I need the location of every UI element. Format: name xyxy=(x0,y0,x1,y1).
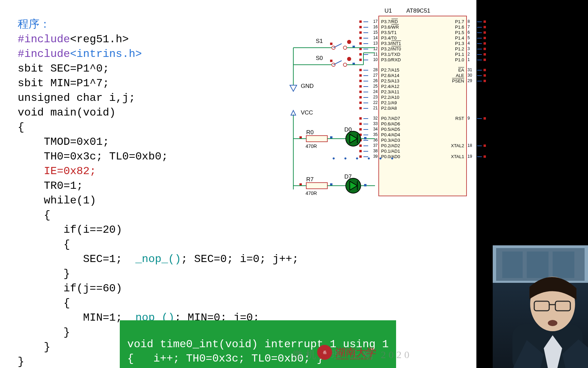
university-logo: 岳 湖南大学 HUNAN UNIVERSITY xyxy=(317,345,376,360)
hdr-reg51: <reg51.h> xyxy=(70,33,129,46)
svg-rect-38 xyxy=(364,137,366,139)
svg-rect-26 xyxy=(299,136,302,139)
logo-seal-icon: 岳 xyxy=(317,345,332,360)
code-line: } xyxy=(18,341,50,353)
svg-text:R7: R7 xyxy=(306,176,314,183)
led-d7: D7 xyxy=(344,173,375,193)
hdr-intrins: <intrins.h> xyxy=(70,48,142,60)
svg-text:S0: S0 xyxy=(316,55,323,61)
svg-text:470R: 470R xyxy=(306,190,317,196)
svg-rect-51 xyxy=(364,184,366,186)
code-line: TR0=1; xyxy=(18,180,83,192)
code-line: { xyxy=(18,121,24,134)
svg-rect-55 xyxy=(527,251,549,278)
svg-rect-1 xyxy=(330,43,332,45)
svg-text:VCC: VCC xyxy=(301,109,313,116)
svg-rect-41 xyxy=(306,183,327,189)
code-line: SEC=1; xyxy=(18,253,135,265)
code-line: void main(void) xyxy=(18,106,116,119)
code-line: } xyxy=(18,355,24,368)
schematic: U1 AT89C51 17P3.7/RDP1.7816P3.6/WRP1.671… xyxy=(239,6,470,197)
code-line: TH0=0x3c; TL0=0xb0; xyxy=(18,150,168,163)
kw-include-1: #include xyxy=(18,33,70,46)
svg-rect-39 xyxy=(299,183,302,186)
code-line: } xyxy=(18,326,70,339)
svg-text:R0: R0 xyxy=(306,129,314,136)
resistor-r7: R7 470R xyxy=(293,176,346,196)
svg-text:S1: S1 xyxy=(316,38,323,44)
svg-rect-28 xyxy=(306,136,327,142)
wire-area: S1 S0 xyxy=(239,6,470,197)
code-line: ; SEC=0; i=0; j++; xyxy=(181,253,299,265)
led-d0: D0 xyxy=(344,126,375,146)
svg-rect-9 xyxy=(330,60,332,62)
code-line: { xyxy=(18,238,70,251)
slide-area: 程序： #include<reg51.h> #include<intrins.h… xyxy=(0,0,476,368)
code-line: sbit SEC=P1^0; xyxy=(18,62,109,75)
code-line: MIN=1; xyxy=(18,311,129,324)
webcam-overlay xyxy=(493,245,588,368)
svg-rect-54 xyxy=(502,251,523,278)
svg-point-4 xyxy=(343,46,347,49)
code-line: { xyxy=(18,297,70,309)
code-line: if(i==20) xyxy=(18,224,122,236)
svg-point-62 xyxy=(548,320,557,326)
svg-point-12 xyxy=(343,63,347,66)
svg-point-5 xyxy=(347,40,351,44)
code-line: TMOD=0x01; xyxy=(18,136,109,148)
svg-text:470R: 470R xyxy=(306,143,317,149)
ellipsis-dots: • • • • • • xyxy=(331,155,396,163)
svg-rect-43 xyxy=(330,183,332,186)
nop-call-1: _nop_() xyxy=(135,253,181,265)
svg-marker-24 xyxy=(291,110,296,115)
code-title: 程序： xyxy=(18,18,50,31)
svg-rect-30 xyxy=(330,136,332,139)
code-line: while(1) xyxy=(18,194,96,207)
svg-rect-56 xyxy=(553,251,574,278)
code-line: } xyxy=(18,267,70,280)
university-name-en: HUNAN UNIVERSITY xyxy=(336,357,372,361)
code-line-ie: IE=0x82; xyxy=(18,165,96,178)
stage: 程序： #include<reg51.h> #include<intrins.h… xyxy=(0,0,588,368)
code-line: sbit MIN=P1^7; xyxy=(18,77,109,90)
code-line: { xyxy=(18,209,50,221)
code-line: unsigned char i,j; xyxy=(18,92,135,104)
code-line: if(j==60) xyxy=(18,282,122,295)
svg-marker-21 xyxy=(290,85,297,91)
svg-text:GND: GND xyxy=(301,83,314,89)
kw-include-2: #include xyxy=(18,48,70,60)
svg-point-13 xyxy=(347,57,351,61)
resistor-r0: R0 470R xyxy=(293,129,346,149)
